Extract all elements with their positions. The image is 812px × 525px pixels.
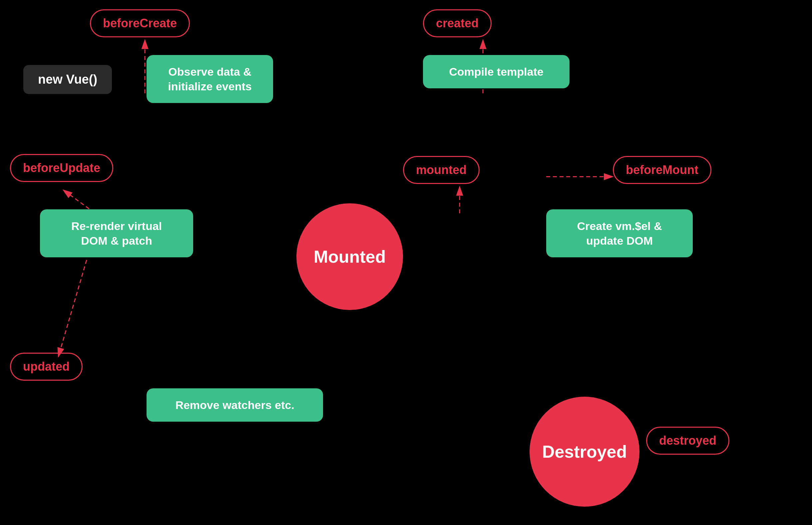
observe-data-box: Observe data &initialize events xyxy=(146,55,273,103)
create-vm-el-box: Create vm.$el &update DOM xyxy=(546,209,693,257)
mounted-circle: Mounted xyxy=(296,203,403,310)
new-vue-box: new Vue() xyxy=(23,65,112,94)
updated-badge: updated xyxy=(10,352,83,381)
mounted-hook-badge: mounted xyxy=(403,156,480,184)
created-badge: created xyxy=(423,9,491,38)
compile-template-box: Compile template xyxy=(423,55,569,88)
remove-watchers-box: Remove watchers etc. xyxy=(146,388,323,422)
before-create-badge: beforeCreate xyxy=(90,9,190,38)
svg-line-6 xyxy=(58,260,87,357)
destroyed-circle: Destroyed xyxy=(530,397,639,507)
rerender-box: Re-render virtualDOM & patch xyxy=(40,209,193,257)
lifecycle-diagram: new Vue() beforeCreate Observe data &ini… xyxy=(0,0,812,525)
before-mount-badge: beforeMount xyxy=(613,156,712,184)
before-update-badge: beforeUpdate xyxy=(10,154,113,182)
destroyed-badge: destroyed xyxy=(646,427,729,455)
